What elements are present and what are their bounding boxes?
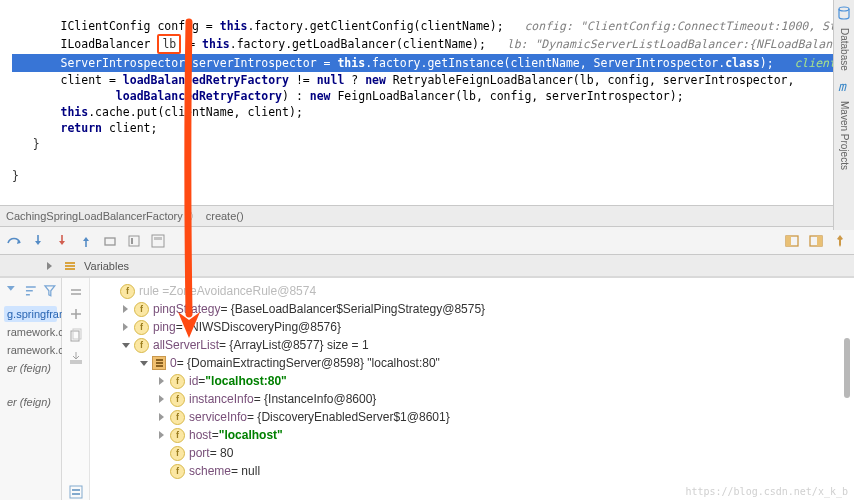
copy-icon[interactable] <box>68 328 84 344</box>
svg-rect-16 <box>70 360 82 364</box>
variables-panel-header: Variables <box>0 255 854 277</box>
var-row[interactable]: 0 = {DomainExtractingServer@8598} "local… <box>96 354 854 372</box>
variables-tree[interactable]: frule = ZoneAvoidanceRule@8574 fpingStra… <box>90 278 854 500</box>
sort-icon[interactable] <box>24 284 38 298</box>
svg-rect-4 <box>131 238 133 244</box>
svg-rect-10 <box>817 236 822 246</box>
step-out-icon[interactable] <box>78 233 94 249</box>
var-row[interactable]: fallServerList = {ArrayList@8577} size =… <box>96 336 854 354</box>
code-line: return client; <box>12 121 157 135</box>
arrow-right-icon[interactable] <box>44 260 56 272</box>
app-root: Database m Maven Projects IClientConfig … <box>0 0 854 500</box>
restore-layout-icon[interactable] <box>784 233 800 249</box>
stack-icon <box>64 260 76 272</box>
code-line: loadBalancedRetryFactory) : new FeignLoa… <box>12 89 684 103</box>
svg-rect-18 <box>72 489 80 491</box>
svg-rect-8 <box>786 236 791 246</box>
code-line <box>12 153 19 167</box>
evaluate-icon[interactable] <box>150 233 166 249</box>
funnel-icon[interactable] <box>43 284 57 298</box>
frame[interactable]: er (feign) <box>4 394 57 410</box>
var-row[interactable]: frule = ZoneAvoidanceRule@8574 <box>96 282 854 300</box>
filter-icon[interactable] <box>4 284 18 298</box>
var-row[interactable]: fport = 80 <box>96 444 854 462</box>
field-icon: f <box>134 320 149 335</box>
chevron-down-icon[interactable] <box>120 339 132 351</box>
field-icon: f <box>120 284 135 299</box>
settings-icon[interactable] <box>808 233 824 249</box>
var-row[interactable]: fscheme = null <box>96 462 854 480</box>
current-exec-line: ServerIntrospector serverIntrospector = … <box>12 54 854 72</box>
var-row[interactable]: finstanceInfo = {InstanceInfo@8600} <box>96 390 854 408</box>
drop-frame-icon[interactable] <box>102 233 118 249</box>
chevron-right-icon[interactable] <box>156 375 168 387</box>
field-icon: f <box>170 446 185 461</box>
code-line: } <box>12 137 40 151</box>
code-line: IClientConfig config = this.factory.getC… <box>12 19 854 33</box>
field-icon: f <box>170 464 185 479</box>
run-to-cursor-icon[interactable] <box>126 233 142 249</box>
breadcrumb-class[interactable]: CachingSpringLoadBalancerFactory <box>6 210 183 222</box>
code-line: ILoadBalancer lb = this.factory.getLoadB… <box>12 37 854 51</box>
frame[interactable]: er (feign) <box>4 360 57 376</box>
svg-rect-17 <box>70 486 82 498</box>
lb-highlight: lb <box>157 34 181 54</box>
var-row[interactable]: fhost = "localhost" <box>96 426 854 444</box>
debug-toolbar <box>0 227 854 255</box>
breadcrumb: CachingSpringLoadBalancerFactory 〉 creat… <box>0 205 854 227</box>
chevron-right-icon[interactable] <box>156 393 168 405</box>
toggle-icon[interactable] <box>68 284 84 300</box>
field-icon: f <box>170 428 185 443</box>
view-mode-icon[interactable] <box>68 484 84 500</box>
force-step-into-icon[interactable] <box>54 233 70 249</box>
svg-text:m: m <box>838 79 847 93</box>
svg-rect-2 <box>105 238 115 245</box>
field-icon: f <box>170 410 185 425</box>
database-tab-label[interactable]: Database <box>839 28 850 71</box>
step-into-icon[interactable] <box>30 233 46 249</box>
svg-rect-19 <box>72 493 80 495</box>
svg-rect-12 <box>65 265 75 267</box>
frame-selected[interactable]: g.springfram <box>4 306 57 322</box>
field-icon: f <box>134 302 149 317</box>
field-icon: f <box>170 374 185 389</box>
chevron-right-icon[interactable] <box>156 411 168 423</box>
breadcrumb-method[interactable]: create() <box>206 210 244 222</box>
debugger-body: g.springfram ramework.c ramework.cl er (… <box>0 277 854 500</box>
var-row[interactable]: fserviceInfo = {DiscoveryEnabledServer$1… <box>96 408 854 426</box>
frames-panel: g.springfram ramework.c ramework.cl er (… <box>0 278 62 500</box>
chevron-down-icon[interactable] <box>138 357 150 369</box>
svg-rect-3 <box>129 236 139 246</box>
vars-gutter <box>62 278 90 500</box>
svg-rect-6 <box>154 237 162 240</box>
add-watch-icon[interactable] <box>68 306 84 322</box>
field-icon: f <box>170 392 185 407</box>
pin-icon[interactable] <box>832 233 848 249</box>
chevron-right-icon[interactable] <box>156 429 168 441</box>
frame[interactable]: ramework.cl <box>4 342 57 358</box>
code-editor[interactable]: IClientConfig config = this.factory.getC… <box>0 0 854 205</box>
chevron-right-icon[interactable] <box>120 303 132 315</box>
chevron-right-icon[interactable] <box>120 321 132 333</box>
database-icon[interactable] <box>837 6 851 20</box>
svg-rect-11 <box>65 262 75 264</box>
watermark: https://blog.csdn.net/x_k_b <box>685 486 848 497</box>
var-row-ping[interactable]: fping = {NIWSDiscoveryPing@8576} <box>96 318 854 336</box>
scrollbar-thumb[interactable] <box>844 338 850 398</box>
maven-tab-label[interactable]: Maven Projects <box>839 101 850 170</box>
right-tool-tabs: Database m Maven Projects <box>833 0 854 230</box>
code-line: } <box>12 169 19 183</box>
field-icon: f <box>134 338 149 353</box>
var-row[interactable]: fid = "localhost:80" <box>96 372 854 390</box>
frame[interactable]: ramework.c <box>4 324 57 340</box>
svg-rect-5 <box>152 235 164 247</box>
step-over-icon[interactable] <box>6 233 22 249</box>
chevron-right-icon: 〉 <box>189 209 200 224</box>
maven-icon[interactable]: m <box>837 79 851 93</box>
code-line: client = loadBalancedRetryFactory != nul… <box>12 73 794 87</box>
object-icon <box>152 356 166 370</box>
svg-rect-13 <box>65 268 75 270</box>
var-row[interactable]: fpingStrategy = {BaseLoadBalancer$Serial… <box>96 300 854 318</box>
collapse-icon[interactable] <box>68 350 84 366</box>
variables-label: Variables <box>84 260 129 272</box>
